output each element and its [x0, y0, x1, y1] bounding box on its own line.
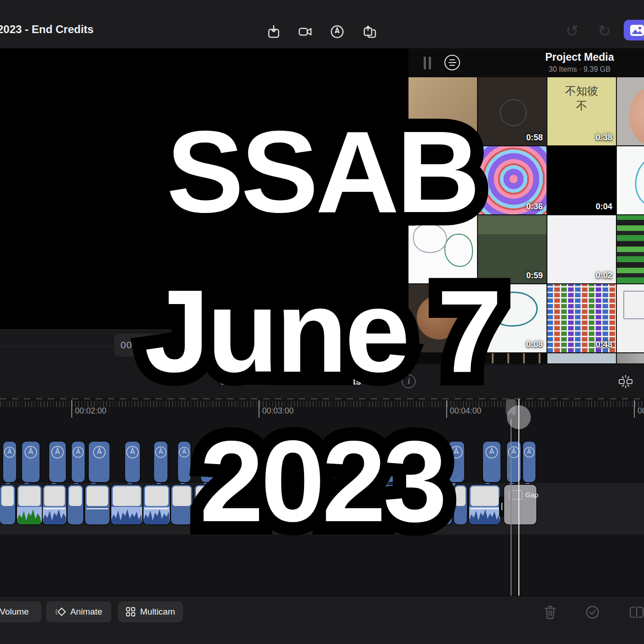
timeline[interactable]: 00:02:00 00:03:00 00:04:00 00:0 [0, 398, 644, 596]
media-item[interactable]: 不知彼 不 0:38 [547, 77, 616, 145]
clip-waveform [195, 507, 214, 524]
media-item[interactable] [408, 284, 477, 352]
clip-thumbnail [196, 486, 213, 506]
pause-icon[interactable] [424, 57, 431, 69]
undo-icon[interactable]: ↺ [562, 20, 583, 41]
delete-icon[interactable] [540, 602, 560, 622]
title-clip[interactable] [178, 442, 190, 482]
title-clip-icon [178, 445, 190, 460]
video-clip[interactable] [171, 485, 192, 524]
media-item-duration: 0:59 [526, 271, 543, 281]
trim-handle[interactable] [499, 496, 504, 517]
redo-icon[interactable]: ↻ [594, 20, 615, 41]
pencil-tools-icon[interactable] [327, 21, 348, 42]
timeline-fit-icon[interactable] [616, 374, 635, 389]
media-item[interactable] [617, 146, 644, 214]
media-item[interactable] [547, 353, 616, 363]
title-clip[interactable] [350, 442, 363, 482]
video-clip[interactable] [216, 485, 238, 524]
video-clip[interactable] [400, 485, 426, 524]
media-item[interactable] [617, 77, 644, 145]
title-clip[interactable] [483, 442, 500, 482]
animate-button[interactable]: Animate [46, 601, 111, 622]
video-clip[interactable] [454, 485, 467, 524]
title-clip[interactable] [276, 442, 290, 482]
media-item[interactable] [617, 215, 644, 283]
media-item[interactable] [478, 353, 546, 363]
check-circle-icon[interactable] [582, 602, 603, 622]
volume-label: Volume [0, 607, 29, 617]
title-clip[interactable] [448, 442, 464, 482]
record-video-icon[interactable] [295, 21, 316, 42]
video-clip[interactable] [0, 485, 15, 524]
title-clip[interactable] [125, 442, 140, 482]
video-clip[interactable] [371, 485, 398, 524]
video-clip[interactable] [195, 485, 214, 524]
video-clip[interactable] [17, 485, 42, 524]
media-item[interactable]: 0:04 [547, 146, 616, 214]
title-clip[interactable] [416, 442, 430, 482]
video-clip[interactable] [469, 485, 500, 524]
info-icon[interactable]: i [402, 374, 416, 388]
multicam-button[interactable]: Multicam [118, 601, 183, 622]
title-clip[interactable] [382, 442, 398, 482]
title-clip[interactable] [154, 442, 167, 482]
title-clip[interactable] [49, 442, 66, 482]
video-clip[interactable] [68, 485, 83, 524]
media-item[interactable]: 0:58 [478, 77, 546, 145]
title-clip-icon [92, 445, 107, 460]
title-clip[interactable] [313, 442, 332, 482]
clip-waveform [85, 507, 109, 524]
split-clip-icon[interactable] [627, 602, 644, 622]
media-item[interactable] [408, 353, 477, 363]
video-clip[interactable] [241, 485, 261, 524]
media-browser-button[interactable] [624, 20, 644, 40]
timeline-project-title: 31 - MYMYM2023 - End Credits [220, 376, 361, 387]
title-clip[interactable] [72, 442, 85, 482]
filter-sort-icon[interactable] [444, 55, 460, 70]
clip-waveform [171, 507, 192, 524]
volume-button[interactable]: Volume [0, 601, 41, 622]
import-icon[interactable] [263, 21, 284, 42]
viewer-timecode-pill[interactable]: 00: [114, 334, 183, 356]
media-item-duration: 0:48 [596, 340, 612, 350]
video-clip[interactable] [43, 485, 66, 524]
title-clip-icon [240, 445, 255, 460]
video-clip[interactable] [111, 485, 142, 524]
video-clip[interactable] [144, 485, 170, 524]
title-clip[interactable] [3, 442, 16, 482]
clip-waveform [264, 507, 288, 524]
media-item[interactable] [408, 146, 477, 214]
gap-clip[interactable]: Gap [504, 485, 536, 524]
project-info-bar: 31 - MYMYM2023 - End Credits 04:29 i [0, 364, 644, 398]
title-clip[interactable] [201, 442, 215, 482]
clip-thumbnail [1, 486, 14, 506]
media-item[interactable]: 0:36 [478, 146, 546, 214]
video-clip[interactable] [264, 485, 288, 524]
clip-thumbnail [242, 486, 260, 506]
media-item[interactable] [617, 284, 644, 352]
video-clip[interactable] [85, 485, 109, 524]
title-clip[interactable] [239, 442, 256, 482]
title-clip[interactable] [89, 442, 109, 482]
media-item[interactable]: 0:48 [547, 284, 616, 352]
video-clip[interactable] [317, 485, 341, 524]
video-clip[interactable] [290, 485, 315, 524]
title-clip[interactable] [22, 442, 40, 482]
video-clip[interactable] [344, 485, 369, 524]
media-item-duration: 0:02 [596, 271, 612, 281]
share-icon[interactable] [359, 21, 380, 42]
media-item[interactable]: 0:02 [547, 215, 616, 283]
media-item[interactable]: 0:08 [478, 284, 546, 352]
video-clip[interactable] [428, 485, 452, 524]
title-clip[interactable] [523, 442, 535, 482]
media-item[interactable] [617, 353, 644, 363]
media-item[interactable] [408, 215, 477, 283]
media-item[interactable]: 0:59 [478, 215, 546, 283]
viewer-scrub-bar[interactable]: 00: [0, 329, 408, 365]
clip-thumbnail [69, 486, 82, 506]
title-clip-icon [416, 445, 430, 460]
media-item[interactable] [408, 77, 477, 145]
playhead[interactable] [518, 399, 520, 596]
media-panel-title: Project Media [515, 51, 644, 63]
